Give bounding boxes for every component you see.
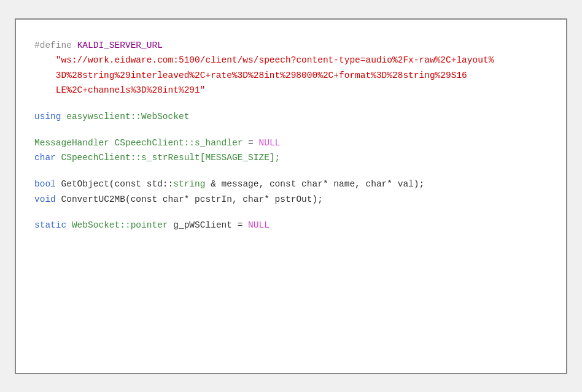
define-section: #define KALDI_SERVER_URL "ws://work.eidw… bbox=[34, 38, 548, 99]
code-window: #define KALDI_SERVER_URL "ws://work.eidw… bbox=[15, 18, 567, 374]
char-keyword: char bbox=[34, 153, 56, 163]
handler-section: MessageHandler CSpeechClient::s_handler … bbox=[34, 136, 548, 166]
static-keyword: static bbox=[34, 220, 66, 230]
msg-class: CSpeechClient::s_handler bbox=[115, 138, 243, 148]
url-string: "ws://work.eidware.com:5100/client/ws/sp… bbox=[34, 55, 494, 95]
char-class: CSpeechClient::s_strResult[MESSAGE_SIZE]… bbox=[61, 153, 281, 163]
namespace-ref: easywsclient::WebSocket bbox=[66, 112, 189, 121]
macro-name: KALDI_SERVER_URL bbox=[77, 40, 163, 50]
msg-type: MessageHandler bbox=[34, 138, 109, 148]
void-keyword: void bbox=[34, 194, 56, 204]
string-type: string bbox=[173, 179, 205, 189]
null-value-2: NULL bbox=[248, 220, 270, 230]
null-value-1: NULL bbox=[258, 138, 280, 148]
using-section: using easywsclient::WebSocket bbox=[34, 109, 548, 125]
bool-keyword: bool bbox=[34, 179, 56, 189]
functions-section: bool GetObject(const std::string & messa… bbox=[34, 177, 548, 207]
define-keyword: #define bbox=[34, 40, 72, 50]
static-section: static WebSocket::pointer g_pWSClient = … bbox=[34, 218, 548, 233]
ws-type: WebSocket::pointer bbox=[72, 220, 168, 230]
using-keyword: using bbox=[34, 112, 61, 121]
